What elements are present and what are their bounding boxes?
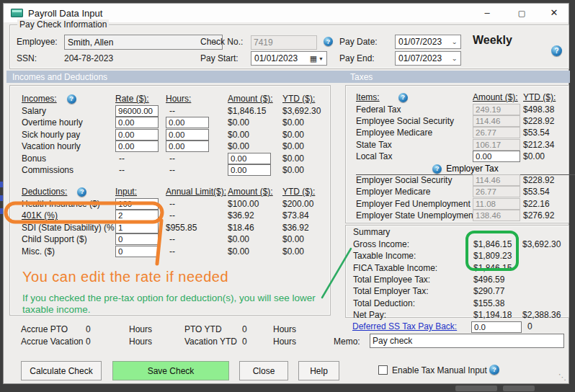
pay-start-value: 01/01/2023 bbox=[254, 53, 298, 63]
deduction-input[interactable] bbox=[115, 210, 159, 221]
accrual-ytd-value: 0 bbox=[242, 337, 273, 347]
deduction-label: Misc. ($) bbox=[22, 246, 115, 257]
income-hours-input[interactable] bbox=[166, 141, 209, 152]
income-label: Commissions bbox=[22, 165, 115, 175]
deduction-ytd: $200.00 bbox=[282, 199, 331, 209]
income-hours: -- bbox=[166, 165, 228, 175]
accruals-table: Accrue PTO 0 Hours PTO YTD 0 Hours Accru… bbox=[21, 323, 316, 348]
help-icon[interactable]: ? bbox=[324, 37, 333, 46]
section-band: Incomes and Deductions Taxes bbox=[6, 71, 570, 83]
deduction-amount: $100.00 bbox=[228, 199, 282, 209]
deduction-input[interactable] bbox=[115, 198, 159, 210]
employee-value: Smith, Allen bbox=[68, 37, 113, 48]
green-annotation-text: If you checked the pre-tax option for de… bbox=[22, 293, 319, 316]
employee-label: Employee: bbox=[17, 37, 58, 47]
tax-ytd: $0.00 bbox=[523, 151, 575, 161]
pay-start-datepicker[interactable]: 01/01/2023 ▦▼ bbox=[251, 51, 327, 66]
income-rate-input[interactable] bbox=[115, 129, 159, 141]
deferred-ss-input[interactable] bbox=[471, 321, 522, 333]
pay-date-picker[interactable]: 01/07/2023 ⌄ bbox=[395, 35, 461, 49]
summary-value: $290.77 bbox=[473, 286, 522, 296]
check-no-label: Check No.: bbox=[200, 37, 243, 47]
calculate-check-button[interactable]: Calculate Check bbox=[21, 361, 102, 380]
deduction-input[interactable] bbox=[115, 246, 159, 257]
deduction-limit: -- bbox=[166, 199, 228, 209]
deduction-limit: -- bbox=[166, 246, 228, 257]
deduction-amount: $0.00 bbox=[228, 246, 282, 257]
accrual-unit: Hours bbox=[129, 324, 184, 334]
income-label: Salary bbox=[22, 106, 115, 116]
income-label: Sick hourly pay bbox=[22, 130, 115, 140]
pay-date-label: Pay Date: bbox=[339, 37, 378, 47]
income-hours-input[interactable] bbox=[166, 129, 209, 141]
income-ytd: $0.00 bbox=[282, 117, 331, 128]
calendar-icon: ▦ bbox=[310, 54, 317, 63]
income-amount: $0.00 bbox=[228, 117, 282, 128]
summary-ytd: $3,692.30 bbox=[522, 239, 573, 249]
input-header: Input: bbox=[115, 187, 166, 197]
income-rate-input[interactable] bbox=[115, 105, 159, 117]
tax-amount-input bbox=[473, 104, 520, 115]
deduction-input[interactable] bbox=[115, 222, 159, 233]
help-button[interactable]: Help bbox=[298, 361, 339, 380]
help-icon[interactable]: ? bbox=[432, 164, 442, 174]
help-icon[interactable]: ? bbox=[489, 365, 499, 375]
help-icon[interactable]: ? bbox=[551, 45, 562, 56]
income-label: Vacation hourly bbox=[22, 141, 115, 151]
accrual-value: 0 bbox=[86, 324, 129, 334]
pay-end-picker[interactable]: 01/07/2023 ⌄ bbox=[395, 51, 461, 66]
deferred-ss-link[interactable]: Deferred SS Tax Pay Back: bbox=[352, 321, 457, 331]
paycheck-group-label: Pay Check Information bbox=[17, 19, 109, 30]
summary-value: $496.59 bbox=[473, 275, 522, 285]
income-rate: -- bbox=[115, 153, 166, 164]
income-rate-input[interactable] bbox=[115, 117, 159, 128]
tax-amount-input bbox=[473, 127, 520, 138]
accrual-ytd-unit: Hours bbox=[273, 337, 316, 347]
employer-tax-amount-input bbox=[473, 198, 520, 210]
minimize-button[interactable]: – bbox=[477, 6, 497, 20]
tax-label: Employee Social Security bbox=[356, 116, 473, 126]
hours-header: Hours: bbox=[166, 94, 228, 104]
deductions-header: Deductions: bbox=[22, 187, 67, 197]
deduction-input[interactable] bbox=[115, 233, 159, 245]
help-icon[interactable]: ? bbox=[77, 187, 86, 197]
save-check-button[interactable]: Save Check bbox=[112, 361, 229, 380]
income-amount: $0.00 bbox=[228, 141, 282, 151]
memo-label: Memo: bbox=[334, 337, 360, 347]
resize-grip[interactable]: ⋱ bbox=[558, 373, 566, 382]
payroll-dialog: Payroll Data Input – ▢ ✕ Pay Check Infor… bbox=[3, 3, 569, 384]
annual-limit-header: Annual Limit($): bbox=[166, 187, 228, 197]
taxes-table: Items:? Amount ($): YTD ($): Federal Tax… bbox=[356, 92, 575, 221]
summary-label: Total Employee Tax: bbox=[353, 275, 473, 285]
income-rate-input[interactable] bbox=[115, 141, 159, 152]
income-ytd: $3,692.30 bbox=[282, 106, 331, 116]
app-icon bbox=[11, 9, 23, 17]
accrual-label: Accrue PTO bbox=[21, 324, 86, 334]
accrual-ytd-label: PTO YTD bbox=[184, 324, 242, 334]
close-dialog-button[interactable]: Close bbox=[239, 361, 288, 380]
incomes-deductions-band-label: Incomes and Deductions bbox=[12, 72, 107, 82]
help-icon[interactable]: ? bbox=[67, 94, 76, 104]
check-no-input[interactable] bbox=[251, 35, 317, 50]
maximize-button[interactable]: ▢ bbox=[512, 6, 532, 20]
income-hours-input[interactable] bbox=[166, 117, 209, 128]
employer-tax-label: Employer Social Security bbox=[356, 175, 473, 185]
close-button[interactable]: ✕ bbox=[544, 6, 564, 20]
help-icon[interactable]: ? bbox=[398, 93, 408, 102]
income-amount-input[interactable] bbox=[228, 164, 271, 176]
deduction-label-401k[interactable]: 401K (%) bbox=[22, 210, 115, 220]
income-amount-input[interactable] bbox=[228, 153, 271, 164]
pay-frequency: Weekly bbox=[473, 34, 512, 47]
enable-tax-manual-checkbox[interactable] bbox=[378, 365, 388, 375]
accrual-ytd-value: 0 bbox=[242, 324, 273, 334]
income-label: Bonus bbox=[22, 153, 115, 164]
items-header: Items: bbox=[356, 92, 380, 102]
ssn-label: SSN: bbox=[17, 53, 37, 63]
memo-input[interactable] bbox=[370, 334, 564, 348]
employee-combobox[interactable]: Smith, Allen ⌄ bbox=[64, 35, 223, 50]
taxes-band-label: Taxes bbox=[350, 72, 373, 82]
employer-tax-amount-input bbox=[473, 210, 520, 221]
deduction-amount: $36.92 bbox=[228, 210, 282, 220]
amount-header: Amount ($): bbox=[473, 92, 523, 102]
tax-amount-input[interactable] bbox=[473, 151, 520, 162]
